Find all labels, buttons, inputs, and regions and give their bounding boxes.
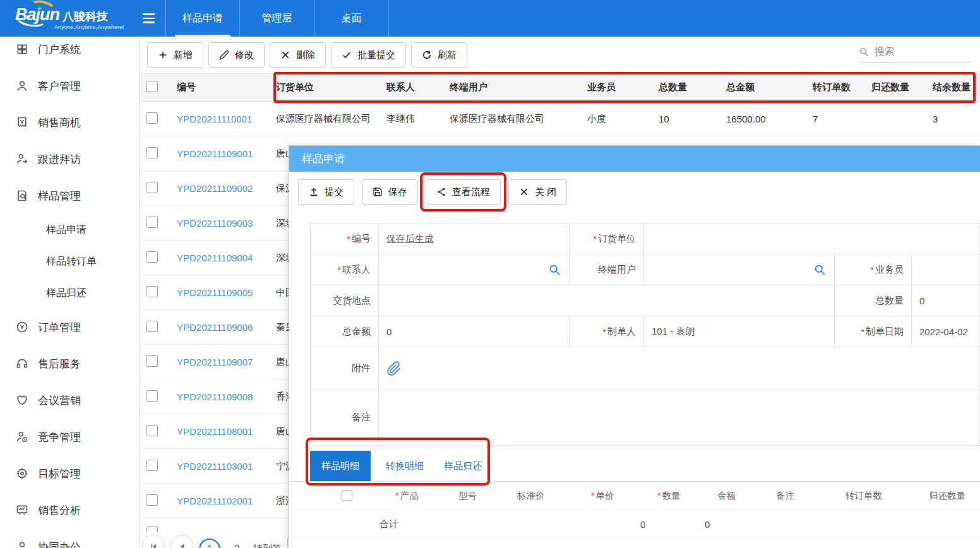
detail-select-all-checkbox[interactable]: [342, 491, 352, 501]
salesman: 小度: [580, 113, 651, 125]
table-row: YPD20211110001 保源医疗器械有限公司 李继伟 保源医疗器械有限公司…: [140, 102, 980, 136]
batch-submit-button[interactable]: 批量提交: [331, 42, 406, 68]
contact-lookup-icon[interactable]: [548, 263, 561, 277]
save-button[interactable]: 保存: [362, 179, 418, 205]
column-header[interactable]: 业务员: [580, 81, 651, 93]
sidebar-item-label: 门户系统: [38, 42, 81, 57]
top-navbar: Bajun 八骏科技 Anyone,Anytime,Anywhere! 样品申请…: [0, 0, 980, 37]
tab-sample-detail[interactable]: 样品明细: [310, 451, 371, 481]
select-all-checkbox[interactable]: [146, 81, 158, 92]
sidebar-item-portal[interactable]: 门户系统: [0, 37, 139, 68]
close-button[interactable]: 关 闭: [508, 179, 567, 205]
first-page-button[interactable]: [142, 535, 165, 548]
first-page-icon: [149, 542, 158, 548]
column-header[interactable]: 编号: [170, 81, 269, 93]
page-1-button[interactable]: 1: [199, 539, 220, 548]
view-flow-button[interactable]: 查看流程: [426, 179, 501, 205]
sample-id-link[interactable]: YPD20211109006: [170, 322, 269, 333]
row-checkbox[interactable]: [146, 494, 158, 506]
sidebar-item-sample-to-order[interactable]: 样品转订单: [0, 246, 139, 277]
sample-request-form: 编号 保存后生成 订货单位 联系人 终端用户 业务员 交货地点 总数量 0 总金…: [310, 223, 980, 446]
search-input[interactable]: [875, 46, 963, 57]
sample-id-link[interactable]: YPD20211103001: [170, 461, 269, 472]
column-header[interactable]: 归还数量: [865, 81, 926, 93]
sidebar-item-sample-return[interactable]: 样品归还: [0, 277, 139, 309]
submit-button[interactable]: 提交: [298, 179, 354, 205]
paperclip-icon[interactable]: [386, 361, 402, 376]
delivery-place-field[interactable]: [379, 285, 835, 316]
row-checkbox[interactable]: [146, 112, 158, 124]
row-checkbox[interactable]: [146, 390, 158, 402]
row-checkbox[interactable]: [146, 217, 158, 228]
row-checkbox[interactable]: [146, 460, 158, 471]
sidebar-item-label: 销售分析: [38, 503, 81, 518]
sample-id-link[interactable]: YPD20211109001: [170, 148, 269, 159]
hamburger-menu-icon[interactable]: [134, 0, 163, 37]
salesman-field[interactable]: [912, 254, 980, 285]
make-date-field[interactable]: 2022-04-02: [912, 316, 980, 347]
tab-management[interactable]: 管理层: [240, 0, 314, 37]
column-header[interactable]: 终端用户: [443, 81, 580, 93]
row-checkbox[interactable]: [146, 147, 158, 158]
row-checkbox[interactable]: [146, 251, 158, 263]
column-header[interactable]: 总数量: [651, 81, 719, 93]
sidebar-item-collaboration[interactable]: 协同办公: [0, 528, 139, 548]
sidebar-item-sample-management[interactable]: 样品管理: [0, 177, 139, 214]
order-unit-field[interactable]: [644, 223, 980, 254]
column-header[interactable]: 订货单位: [269, 81, 379, 93]
end-user-field[interactable]: [644, 254, 835, 285]
row-checkbox[interactable]: [146, 355, 158, 367]
sample-id-link[interactable]: YPD20211102001: [170, 496, 269, 506]
row-checkbox[interactable]: [146, 321, 158, 332]
sidebar-item-competition[interactable]: 竞争管理: [0, 419, 139, 455]
button-label: 提交: [325, 186, 344, 198]
sidebar: 门户系统 客户管理 销售商机 跟进拜访 样品管理 样品申请 样品转订单 样品归还…: [0, 37, 140, 548]
sidebar-item-order[interactable]: 订单管理: [0, 309, 139, 345]
code-generated-link[interactable]: 保存后生成: [386, 233, 434, 245]
sidebar-item-follow-up[interactable]: 跟进拜访: [0, 141, 139, 177]
sidebar-item-target[interactable]: 目标管理: [0, 455, 139, 492]
end-user-lookup-icon[interactable]: [813, 263, 827, 277]
refresh-button[interactable]: 刷新: [411, 42, 467, 68]
sample-id-link[interactable]: YPD20211108001: [170, 426, 269, 437]
column-header[interactable]: 结余数量: [926, 81, 980, 93]
prev-page-button[interactable]: [170, 535, 193, 548]
page-2-button[interactable]: 2: [226, 539, 248, 548]
column-header[interactable]: 总金额: [719, 81, 806, 93]
add-button[interactable]: 新增: [147, 42, 203, 68]
sample-id-link[interactable]: YPD20211109003: [170, 218, 269, 229]
row-checkbox[interactable]: [146, 425, 158, 436]
sidebar-item-label: 样品管理: [38, 189, 81, 203]
total-label: 合计: [379, 518, 398, 530]
sidebar-item-label: 客户管理: [38, 79, 81, 93]
sidebar-item-sample-request[interactable]: 样品申请: [0, 214, 139, 246]
tab-sample-return[interactable]: 样品归还: [434, 451, 492, 481]
sidebar-item-customer[interactable]: 客户管理: [0, 68, 139, 104]
sample-id-link[interactable]: YPD20211109002: [170, 183, 269, 194]
tab-conversion-detail[interactable]: 转换明细: [376, 451, 434, 481]
column-header[interactable]: 联系人: [379, 81, 443, 93]
remark-field[interactable]: [379, 390, 980, 446]
tab-desktop[interactable]: 桌面: [314, 0, 389, 37]
make-date-label: 制单日期: [835, 316, 912, 347]
coin-yen-icon: [16, 321, 28, 333]
sample-id-link[interactable]: YPD20211109007: [170, 357, 269, 367]
sidebar-item-label: 销售商机: [38, 116, 81, 130]
chart-icon: [16, 504, 28, 516]
sample-id-link[interactable]: YPD20211110001: [170, 114, 269, 124]
sidebar-item-sales-analysis[interactable]: 销售分析: [0, 492, 139, 528]
delete-button[interactable]: 删除: [270, 42, 326, 68]
sample-id-link[interactable]: YPD20211109005: [170, 287, 269, 298]
sidebar-item-after-sales[interactable]: 售后服务: [0, 345, 139, 382]
row-checkbox[interactable]: [146, 286, 158, 297]
tab-sample-request[interactable]: 样品申请: [165, 0, 240, 37]
row-checkbox[interactable]: [146, 182, 158, 193]
sample-id-link[interactable]: YPD20211109004: [170, 253, 269, 263]
sidebar-item-meeting-marketing[interactable]: 会议营销: [0, 382, 139, 419]
sidebar-item-opportunity[interactable]: 销售商机: [0, 104, 139, 141]
column-header[interactable]: 转订单数: [806, 81, 865, 93]
sample-id-link[interactable]: YPD20211109008: [170, 391, 269, 402]
contact-field[interactable]: [379, 254, 570, 285]
customer-icon: [16, 80, 28, 92]
edit-button[interactable]: 修改: [208, 42, 265, 68]
